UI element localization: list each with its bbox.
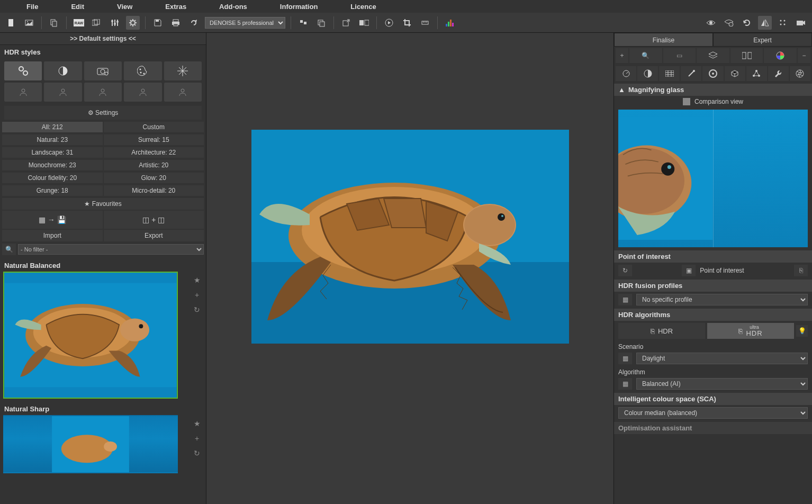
compare-icon[interactable] (357, 16, 371, 30)
center-viewport[interactable] (206, 33, 613, 504)
search-icon[interactable]: 🔍 (2, 244, 16, 255)
optimisation-header[interactable]: Optimisation assistant (614, 422, 812, 434)
preset-thumb-0[interactable] (3, 272, 178, 399)
comparison-checkbox[interactable] (683, 98, 690, 105)
menu-information[interactable]: Information (264, 2, 334, 12)
export-icon-cell[interactable]: ◫ + ◫ (104, 211, 204, 229)
wrench-tool-icon[interactable] (768, 66, 789, 81)
preset-thumb-1[interactable] (3, 415, 178, 473)
style-user2-icon[interactable] (44, 83, 82, 102)
layers-tool-icon[interactable] (697, 48, 729, 63)
style-palette-icon[interactable] (124, 61, 161, 80)
plus-icon[interactable]: + (192, 434, 202, 444)
cat-landscape[interactable]: Landscape: 31 (2, 147, 103, 158)
cat-monochrome[interactable]: Monochrome: 23 (2, 160, 103, 170)
cat-artistic[interactable]: Artistic: 20 (104, 160, 204, 170)
tab-finalise[interactable]: Finalise (614, 33, 713, 47)
bulb-icon[interactable]: 💡 (796, 325, 808, 337)
scenario-icon[interactable]: ▦ (618, 353, 632, 364)
style-user4-icon[interactable] (124, 83, 161, 102)
frame-tool-icon[interactable]: ▭ (663, 48, 696, 63)
gear-icon[interactable] (126, 16, 140, 30)
new-file-icon[interactable] (4, 16, 18, 30)
save-icon[interactable] (151, 16, 165, 30)
cat-architecture[interactable]: Architecture: 22 (104, 147, 204, 158)
style-sparkle-icon[interactable] (164, 61, 202, 80)
huewheel-tool-icon[interactable] (702, 66, 723, 81)
style-gears-icon[interactable] (4, 61, 42, 80)
cube-tool-icon[interactable] (725, 66, 745, 81)
menu-extras[interactable]: Extras (149, 2, 202, 12)
cat-custom[interactable]: Custom (104, 122, 204, 132)
eye-timer-icon[interactable] (722, 16, 736, 30)
copy-icon[interactable] (47, 16, 61, 30)
import-icon-cell[interactable]: ▦ → 💾 (2, 211, 103, 229)
fusion-header[interactable]: HDR fusion profiles (614, 280, 812, 292)
ultrahdr-button[interactable]: ⎘ ultraHDR (707, 323, 794, 339)
export-button[interactable]: Export (104, 230, 204, 241)
star-icon[interactable]: ★ (192, 419, 202, 429)
export-icon[interactable] (339, 16, 353, 30)
algorithm-select[interactable]: Balanced (AI) (636, 378, 808, 390)
filter-select[interactable]: - No filter - (18, 244, 204, 255)
crop-icon[interactable] (400, 16, 414, 30)
style-camera-icon[interactable] (84, 61, 122, 80)
refresh-icon[interactable]: ↻ (192, 449, 202, 458)
plugin-select[interactable]: DENOISE 5 professional (205, 17, 285, 29)
plus-tool-icon[interactable]: + (616, 48, 628, 63)
style-user3-icon[interactable] (84, 83, 122, 102)
sliders-icon[interactable] (108, 16, 122, 30)
menu-view[interactable]: View (101, 2, 148, 12)
algorithm-icon[interactable]: ▦ (618, 378, 632, 390)
nodes-tool-icon[interactable] (746, 66, 767, 81)
aperture-tool-icon[interactable] (790, 66, 810, 81)
tab-expert[interactable]: Expert (713, 33, 812, 47)
stack-icon[interactable] (314, 16, 328, 30)
minus-tool-icon[interactable]: − (798, 48, 810, 63)
ruler-icon[interactable] (418, 16, 432, 30)
histogram-icon[interactable] (443, 16, 457, 30)
magnify-header[interactable]: ▲ Magnifying glass (614, 84, 812, 96)
cat-natural[interactable]: Natural: 23 (2, 134, 103, 145)
ics-header[interactable]: Intelligent colour space (SCA) (614, 393, 812, 405)
style-contrast-icon[interactable] (44, 61, 82, 80)
fusion-select[interactable]: No specific profile (636, 294, 808, 305)
cat-surreal[interactable]: Surreal: 15 (104, 134, 204, 145)
half-tool-icon[interactable] (637, 66, 658, 81)
gallery-icon[interactable] (90, 16, 104, 30)
menu-file[interactable]: File (11, 2, 54, 12)
cat-all[interactable]: All: 212 (2, 122, 103, 132)
menu-addons[interactable]: Add-ons (203, 2, 263, 12)
eye-icon[interactable] (704, 16, 718, 30)
ics-select[interactable]: Colour median (balanced) (618, 407, 808, 419)
cat-micro-detail[interactable]: Micro-detail: 20 (104, 185, 204, 196)
magnify-preview[interactable] (618, 110, 808, 247)
play-icon[interactable] (382, 16, 396, 30)
style-user5-icon[interactable] (164, 83, 202, 102)
import-button[interactable]: Import (2, 230, 103, 241)
hdr-button[interactable]: ⎘ HDR (618, 323, 705, 339)
favourites-button[interactable]: ★ Favourites (2, 198, 204, 210)
poi-refresh-icon[interactable]: ↻ (618, 265, 632, 276)
compare-tool-icon[interactable] (730, 48, 763, 63)
colorwheel-tool-icon[interactable] (764, 48, 797, 63)
preset-item-0[interactable]: ★ + ↻ (2, 272, 204, 399)
plus-icon[interactable]: + (192, 291, 202, 300)
cat-grunge[interactable]: Grunge: 18 (2, 185, 103, 196)
wand-tool-icon[interactable] (681, 66, 701, 81)
poi-copy-icon[interactable]: ⎘ (794, 265, 808, 276)
menu-edit[interactable]: Edit (55, 2, 100, 12)
camera-icon[interactable] (794, 16, 808, 30)
preset-item-1[interactable]: ★ + ↻ (2, 415, 204, 473)
raw-icon[interactable]: RAW (72, 16, 86, 30)
cat-glow[interactable]: Glow: 20 (104, 173, 204, 183)
settings-button[interactable]: ⚙ Settings (4, 106, 202, 120)
menu-licence[interactable]: Licence (335, 2, 392, 12)
grid-tool-icon[interactable] (659, 66, 680, 81)
poi-header[interactable]: Point of interest (614, 250, 812, 263)
print-icon[interactable] (169, 16, 183, 30)
magnify-tool-icon[interactable]: 🔍 (629, 48, 662, 63)
refresh-icon[interactable]: ↻ (192, 305, 202, 315)
default-settings-label[interactable]: >> Default settings << (0, 33, 206, 45)
cat-colour-fidelity[interactable]: Colour fidelity: 20 (2, 173, 103, 183)
